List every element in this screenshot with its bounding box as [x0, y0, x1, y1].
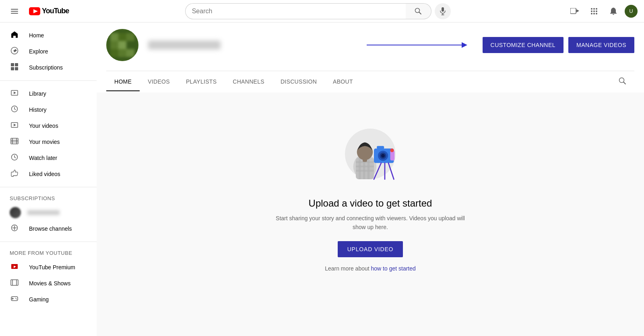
- svg-rect-34: [11, 138, 18, 144]
- svg-rect-60: [126, 41, 134, 49]
- sidebar-item-subscriptions[interactable]: Subscriptions: [0, 59, 97, 76]
- svg-rect-69: [359, 158, 361, 179]
- channel-info-row: CUSTOMIZE CHANNEL MANAGE VIDEOS: [106, 29, 634, 68]
- svg-rect-81: [377, 146, 384, 149]
- channel-avatar-image: [106, 29, 138, 61]
- search-input[interactable]: [185, 3, 406, 19]
- svg-point-22: [596, 13, 597, 14]
- svg-rect-7: [442, 7, 444, 12]
- subscription-item-1[interactable]: [0, 205, 97, 221]
- explore-icon: [10, 47, 19, 57]
- watch-later-icon: [10, 153, 19, 163]
- sidebar-item-gaming[interactable]: Gaming: [0, 291, 97, 307]
- sidebar-label-explore: Explore: [29, 48, 48, 55]
- browse-channels-icon: [10, 224, 19, 234]
- search-button[interactable]: [406, 3, 431, 19]
- svg-rect-26: [15, 63, 18, 66]
- tab-videos[interactable]: VIDEOS: [140, 73, 178, 91]
- create-button[interactable]: [567, 3, 583, 19]
- header: YouTube: [0, 0, 644, 23]
- svg-rect-57: [126, 33, 134, 41]
- manage-videos-button[interactable]: MANAGE VIDEOS: [568, 37, 634, 53]
- svg-rect-73: [356, 165, 374, 167]
- sidebar-label-liked-videos: Liked videos: [29, 171, 60, 177]
- svg-point-52: [15, 298, 16, 299]
- svg-point-80: [381, 154, 385, 158]
- sidebar-item-history[interactable]: History: [0, 102, 97, 118]
- channel-name-area: [148, 41, 301, 49]
- subscriptions-icon: [10, 63, 19, 73]
- content-area: Upload a video to get started Start shar…: [97, 92, 644, 293]
- channel-tabs: HOME VIDEOS PLAYLISTS CHANNELS DISCUSSIO…: [106, 71, 634, 92]
- search-form: [185, 3, 451, 19]
- more-section-title: MORE FROM YOUTUBE: [0, 247, 97, 259]
- youtube-logo[interactable]: YouTube: [29, 7, 69, 15]
- svg-rect-2: [11, 13, 18, 14]
- channel-name-blurred: [148, 41, 221, 49]
- sidebar-item-youtube-premium[interactable]: YouTube Premium: [0, 259, 97, 275]
- svg-point-21: [593, 13, 595, 14]
- svg-rect-58: [110, 41, 118, 49]
- upload-desc: Start sharing your story and connecting …: [270, 214, 471, 232]
- sidebar: Home Explore Subscriptions: [0, 23, 97, 336]
- divider-2: [0, 187, 97, 187]
- sidebar-item-movies-shows[interactable]: Movies & Shows: [0, 275, 97, 291]
- svg-point-14: [591, 8, 592, 10]
- sidebar-item-library[interactable]: Library: [0, 86, 97, 102]
- tab-home[interactable]: HOME: [106, 73, 140, 91]
- sidebar-label-your-movies: Your movies: [29, 139, 60, 145]
- tab-channels[interactable]: CHANNELS: [225, 73, 272, 91]
- sidebar-item-browse-channels[interactable]: Browse channels: [0, 221, 97, 237]
- svg-rect-63: [126, 49, 134, 57]
- premium-icon: [10, 262, 19, 272]
- apps-button[interactable]: [586, 3, 602, 19]
- subscriptions-section-title: SUBSCRIPTIONS: [0, 192, 97, 205]
- gaming-icon: [10, 295, 19, 305]
- home-icon: [10, 31, 19, 41]
- tab-about[interactable]: ABOUT: [325, 73, 361, 91]
- sidebar-item-your-videos[interactable]: Your videos: [0, 118, 97, 134]
- customize-channel-button[interactable]: CUSTOMIZE CHANNEL: [483, 37, 564, 53]
- svg-point-16: [596, 8, 597, 10]
- history-icon: [10, 105, 19, 115]
- avatar[interactable]: U: [625, 5, 638, 18]
- sidebar-item-watch-later[interactable]: Watch later: [0, 150, 97, 166]
- svg-marker-11: [576, 9, 579, 12]
- sidebar-label-gaming: Gaming: [29, 296, 49, 303]
- svg-rect-27: [11, 67, 14, 70]
- svg-rect-71: [367, 158, 369, 179]
- svg-rect-56: [118, 33, 126, 41]
- channel-avatar: [106, 29, 138, 61]
- mic-button[interactable]: [435, 3, 451, 19]
- tabs-search-icon[interactable]: [610, 71, 634, 92]
- svg-rect-59: [118, 41, 126, 49]
- upload-title: Upload a video to get started: [309, 198, 432, 209]
- sidebar-label-movies-shows: Movies & Shows: [29, 280, 70, 287]
- menu-button[interactable]: [6, 3, 23, 19]
- liked-icon: [10, 169, 19, 179]
- sidebar-label-watch-later: Watch later: [29, 155, 57, 161]
- learn-more-text: Learn more about how to get started: [325, 265, 416, 272]
- channel-arrow: [310, 45, 473, 45]
- sidebar-label-subscriptions: Subscriptions: [29, 64, 63, 71]
- svg-rect-1: [11, 11, 18, 12]
- svg-point-17: [591, 10, 592, 12]
- svg-rect-25: [11, 63, 14, 66]
- sidebar-item-home[interactable]: Home: [0, 27, 97, 43]
- sidebar-item-explore[interactable]: Explore: [0, 43, 97, 59]
- svg-rect-55: [110, 33, 118, 41]
- tab-discussion[interactable]: DISCUSSION: [272, 73, 325, 91]
- svg-line-65: [623, 82, 625, 84]
- your-videos-icon: [10, 121, 19, 131]
- notifications-button[interactable]: [605, 3, 621, 19]
- movies-icon: [10, 137, 19, 147]
- sidebar-label-home: Home: [29, 32, 44, 39]
- tab-playlists[interactable]: PLAYLISTS: [178, 73, 225, 91]
- channel-header: CUSTOMIZE CHANNEL MANAGE VIDEOS HOME VID…: [97, 23, 644, 92]
- sidebar-item-your-movies[interactable]: Your movies: [0, 134, 97, 150]
- sidebar-label-history: History: [29, 107, 47, 113]
- upload-video-button[interactable]: UPLOAD VIDEO: [338, 241, 403, 257]
- svg-rect-61: [110, 49, 118, 57]
- learn-more-link[interactable]: how to get started: [371, 265, 416, 272]
- sidebar-item-liked-videos[interactable]: Liked videos: [0, 166, 97, 182]
